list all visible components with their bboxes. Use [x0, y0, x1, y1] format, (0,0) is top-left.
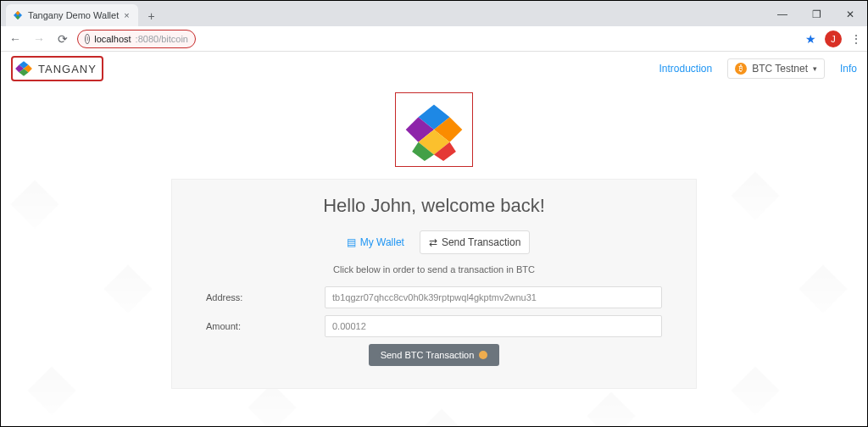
tab-favicon: [13, 10, 23, 20]
window-restore-button[interactable]: ❐: [799, 3, 833, 26]
browser-toolbar: ← → ⟳ i localhost:8080/bitcoin ★ J ⋮: [1, 26, 867, 52]
address-label: Address:: [206, 292, 325, 302]
nav-link-introduction[interactable]: Introduction: [659, 63, 712, 75]
bookmark-star-icon[interactable]: ★: [805, 32, 816, 46]
page-content: TANGANY Introduction ₿ BTC Testnet ▾ Inf…: [1, 52, 867, 427]
browser-menu-icon[interactable]: ⋮: [850, 32, 862, 46]
tab-title: Tangany Demo Wallet: [28, 10, 119, 20]
hero-logo-box: [395, 92, 473, 167]
transfer-icon: ⇄: [429, 236, 437, 248]
nav-forward-button[interactable]: →: [30, 30, 48, 48]
window-close-button[interactable]: ✕: [833, 3, 867, 26]
site-info-icon[interactable]: i: [85, 34, 90, 44]
nav-back-button[interactable]: ←: [6, 30, 25, 48]
welcome-heading: Hello John, welcome back!: [206, 195, 662, 217]
tab-my-wallet[interactable]: ▤ My Wallet: [338, 230, 413, 254]
tab-my-wallet-label: My Wallet: [360, 236, 404, 248]
tab-send-label: Send Transaction: [442, 236, 520, 248]
send-button-label: Send BTC Transaction: [381, 350, 475, 360]
hero: Hello John, welcome back! ▤ My Wallet ⇄ …: [1, 86, 867, 389]
amount-input[interactable]: [325, 315, 662, 337]
nav-reload-button[interactable]: ⟳: [53, 30, 72, 48]
network-selector[interactable]: ₿ BTC Testnet ▾: [727, 58, 825, 79]
address-input[interactable]: [325, 286, 662, 308]
browser-titlebar: Tangany Demo Wallet × + — ❐ ✕: [1, 1, 867, 26]
tangany-logo-icon: [14, 59, 33, 78]
window-minimize-button[interactable]: —: [765, 3, 799, 26]
amount-label: Amount:: [206, 321, 325, 331]
tab-close-icon[interactable]: ×: [124, 10, 129, 20]
app-header: TANGANY Introduction ₿ BTC Testnet ▾ Inf…: [1, 52, 867, 86]
profile-avatar[interactable]: J: [825, 30, 842, 47]
bitcoin-icon: ₿: [735, 63, 747, 75]
url-host: localhost: [94, 34, 131, 44]
chevron-down-icon: ▾: [813, 64, 817, 73]
tab-send-transaction[interactable]: ⇄ Send Transaction: [420, 230, 530, 254]
network-label: BTC Testnet: [752, 63, 808, 75]
send-transaction-button[interactable]: Send BTC Transaction: [369, 344, 500, 366]
loading-spinner-icon: [479, 351, 487, 359]
hero-logo-icon: [403, 98, 465, 161]
url-path: :8080/bitcoin: [136, 34, 188, 44]
nav-link-info[interactable]: Info: [840, 63, 857, 75]
browser-tab[interactable]: Tangany Demo Wallet ×: [6, 4, 138, 26]
new-tab-button[interactable]: +: [143, 8, 160, 25]
hint-text: Click below in order to send a transacti…: [206, 264, 662, 274]
brand-name: TANGANY: [38, 63, 97, 75]
brand-logo-box[interactable]: TANGANY: [11, 56, 103, 81]
main-panel: Hello John, welcome back! ▤ My Wallet ⇄ …: [171, 179, 697, 389]
panel-tabs: ▤ My Wallet ⇄ Send Transaction: [206, 230, 662, 254]
address-bar[interactable]: i localhost:8080/bitcoin: [77, 30, 196, 48]
wallet-icon: ▤: [347, 236, 356, 248]
